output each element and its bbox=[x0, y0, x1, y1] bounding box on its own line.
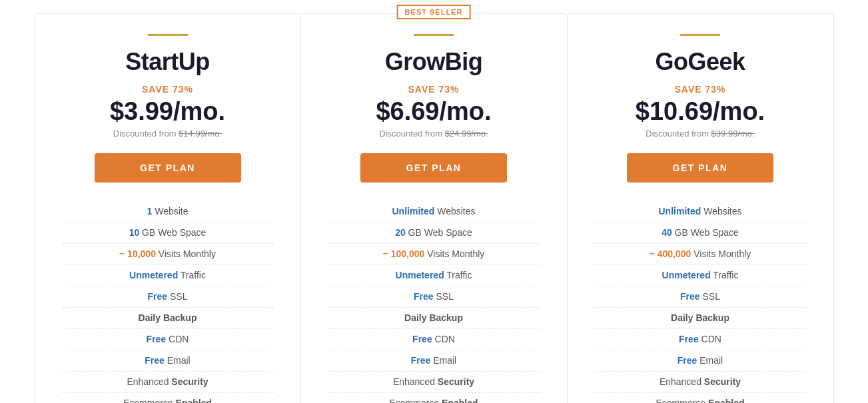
feature-item: Unlimited Websites bbox=[594, 201, 807, 222]
save-label: SAVE 73% bbox=[408, 84, 460, 95]
feature-bold: Free bbox=[148, 291, 168, 302]
get-plan-button[interactable]: GET PLAN bbox=[627, 153, 773, 183]
feature-item: Unmetered Traffic bbox=[594, 265, 807, 286]
plan-divider bbox=[680, 34, 720, 36]
feature-bold: Unmetered bbox=[662, 270, 711, 280]
feature-bold: Free bbox=[414, 291, 434, 302]
feature-bold: Unlimited bbox=[659, 206, 701, 216]
feature-item: Ecommerce Enabled bbox=[594, 393, 807, 403]
feature-item: Daily Backup bbox=[62, 308, 274, 329]
feature-bold: Free bbox=[680, 291, 700, 302]
features-list: Unlimited Websites40 GB Web Space~ 400,0… bbox=[594, 201, 807, 403]
feature-item: 1 Website bbox=[62, 201, 274, 222]
feature-item: Daily Backup bbox=[328, 308, 540, 329]
feature-bold: Enabled bbox=[439, 398, 478, 403]
plan-price: $6.69/mo. bbox=[376, 97, 491, 126]
plan-card-gogeek: GoGeekSAVE 73%$10.69/mo.Discounted from … bbox=[568, 13, 834, 403]
feature-bold: Free bbox=[147, 334, 167, 344]
feature-item: Free SSL bbox=[594, 286, 807, 308]
feature-bold: Daily Backup bbox=[404, 312, 463, 323]
feature-item: Free SSL bbox=[62, 286, 274, 308]
plan-divider bbox=[148, 34, 188, 36]
feature-bold: Daily Backup bbox=[671, 312, 729, 323]
feature-item: Free Email bbox=[594, 350, 807, 372]
feature-bold: Daily Backup bbox=[139, 312, 197, 323]
feature-bold: Free bbox=[412, 334, 432, 344]
feature-item: Enhanced Security bbox=[594, 372, 807, 393]
feature-bold: Free bbox=[145, 355, 165, 366]
feature-bold: 20 bbox=[395, 227, 406, 238]
feature-bold: Unmetered bbox=[396, 270, 444, 280]
discounted-from: Discounted from $24.99/mo. bbox=[379, 129, 488, 139]
feature-bold: Free bbox=[677, 355, 697, 366]
feature-item: Free SSL bbox=[328, 286, 540, 308]
feature-bold: Security bbox=[701, 376, 741, 387]
discounted-from: Discounted from $14.99/mo. bbox=[113, 129, 222, 139]
get-plan-button[interactable]: GET PLAN bbox=[360, 153, 507, 183]
feature-item: Free CDN bbox=[594, 329, 807, 350]
feature-item: 10 GB Web Space bbox=[62, 222, 274, 244]
plan-price: $10.69/mo. bbox=[636, 97, 765, 126]
feature-item: Unmetered Traffic bbox=[62, 265, 274, 286]
plan-price: $3.99/mo. bbox=[110, 97, 225, 126]
feature-bold: Free bbox=[679, 334, 699, 344]
feature-item: Ecommerce Enabled bbox=[62, 393, 274, 403]
pricing-container: StartUpSAVE 73%$3.99/mo.Discounted from … bbox=[15, 13, 854, 403]
feature-bold: Unmetered bbox=[129, 270, 178, 280]
feature-bold: ~ 10,000 bbox=[119, 248, 156, 259]
feature-item: Daily Backup bbox=[594, 308, 807, 329]
get-plan-button[interactable]: GET PLAN bbox=[95, 153, 241, 183]
feature-item: Free CDN bbox=[62, 329, 274, 350]
plan-name: GrowBig bbox=[385, 48, 483, 76]
feature-bold: 40 bbox=[661, 227, 672, 238]
plan-divider bbox=[414, 34, 454, 36]
feature-item: Enhanced Security bbox=[62, 372, 274, 393]
feature-item: Ecommerce Enabled bbox=[328, 393, 540, 403]
feature-item: 40 GB Web Space bbox=[594, 222, 807, 244]
feature-bold: Unlimited bbox=[392, 206, 435, 216]
plan-card-growbig: BEST SELLERGrowBigSAVE 73%$6.69/mo.Disco… bbox=[301, 13, 568, 403]
feature-bold: Free bbox=[411, 355, 431, 366]
feature-bold: 1 bbox=[147, 206, 152, 216]
feature-bold: ~ 100,000 bbox=[383, 248, 425, 259]
features-list: 1 Website10 GB Web Space~ 10,000 Visits … bbox=[62, 201, 274, 403]
feature-bold: Security bbox=[169, 376, 208, 387]
plan-name: StartUp bbox=[125, 48, 210, 76]
feature-item: ~ 400,000 Visits Monthly bbox=[594, 244, 807, 265]
feature-item: Enhanced Security bbox=[328, 372, 540, 393]
feature-item: Free CDN bbox=[328, 329, 540, 350]
save-label: SAVE 73% bbox=[675, 84, 726, 95]
feature-bold: Enabled bbox=[173, 398, 212, 403]
plan-card-startup: StartUpSAVE 73%$3.99/mo.Discounted from … bbox=[35, 13, 301, 403]
plan-name: GoGeek bbox=[655, 48, 745, 76]
discounted-from: Discounted from $39.99/mo. bbox=[646, 129, 754, 139]
feature-bold: Enabled bbox=[705, 398, 744, 403]
feature-item: Unmetered Traffic bbox=[328, 265, 540, 286]
feature-item: Free Email bbox=[328, 350, 540, 372]
feature-bold: ~ 400,000 bbox=[650, 248, 691, 259]
feature-item: Unlimited Websites bbox=[328, 201, 540, 222]
feature-item: Free Email bbox=[62, 350, 274, 372]
save-label: SAVE 73% bbox=[142, 84, 193, 95]
best-seller-badge: BEST SELLER bbox=[397, 5, 471, 19]
feature-item: ~ 100,000 Visits Monthly bbox=[328, 244, 540, 265]
features-list: Unlimited Websites20 GB Web Space~ 100,0… bbox=[328, 201, 540, 403]
feature-bold: Security bbox=[435, 376, 474, 387]
feature-bold: 10 bbox=[129, 227, 140, 238]
feature-item: ~ 10,000 Visits Monthly bbox=[62, 244, 274, 265]
feature-item: 20 GB Web Space bbox=[328, 222, 540, 244]
